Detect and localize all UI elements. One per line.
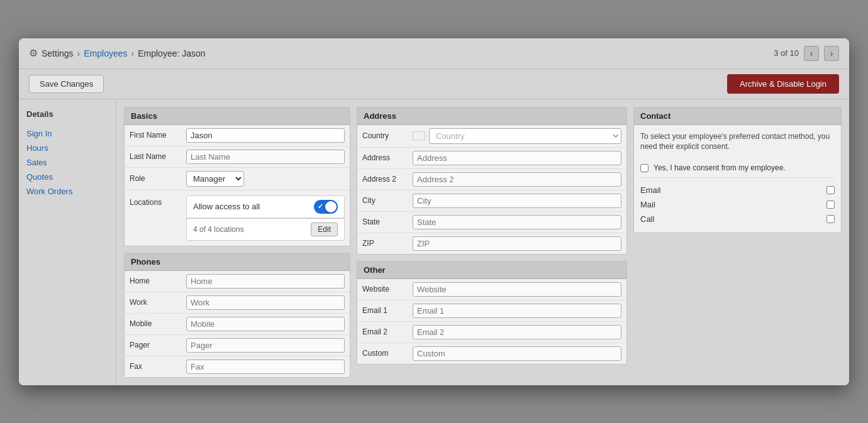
allow-access-toggle[interactable]: ✓ [314,200,338,214]
consent-label: Yes, I have consent from my employee. [654,163,786,172]
email1-label: Email 1 [362,306,413,315]
phone-fax-row: Fax [125,356,350,377]
role-row: Role Manager Employee Admin [125,168,350,190]
contact-email-row: Email [640,183,835,197]
city-row: City [357,190,626,212]
contact-mail-row: Mail [640,197,835,212]
title-bar: ⚙ Settings › Employees › Employee: Jason… [19,38,849,69]
zip-row: ZIP [357,233,626,254]
breadcrumb-sep1: › [77,48,81,58]
phone-work-input[interactable] [186,295,345,310]
address2-label: Address 2 [362,175,413,184]
zip-label: ZIP [362,239,413,248]
contact-description: To select your employee's preferred cont… [640,131,835,153]
sidebar: Details Sign In Hours Sales Quotes Work … [19,99,116,385]
locations-label: Locations [130,195,186,207]
breadcrumb-employee: Employee: Jason [138,48,205,58]
phone-pager-row: Pager [125,335,350,356]
allow-access-label: Allow access to all [193,202,260,211]
consent-row: Yes, I have consent from my employee. [640,158,835,178]
locations-edit-button[interactable]: Edit [311,222,338,236]
country-label: Country [362,131,413,140]
contact-email-checkbox[interactable] [826,186,835,194]
locations-panel: Allow access to all ✓ 4 of 4 locations E… [186,195,345,241]
phone-mobile-row: Mobile [125,314,350,335]
contact-mail-checkbox[interactable] [826,201,835,209]
save-changes-button[interactable]: Save Changes [29,75,104,93]
country-flag [413,131,425,140]
nav-prev-button[interactable]: ‹ [804,46,819,61]
country-select[interactable]: Country [429,128,621,144]
contact-body: To select your employee's preferred cont… [634,125,841,233]
locations-info-row: 4 of 4 locations Edit [187,219,344,240]
toolbar: Save Changes Archive & Disable Login [19,69,849,99]
phone-pager-input[interactable] [186,338,345,353]
phones-section: Phones Home Work Mobile Pager [124,253,350,378]
first-name-label: First Name [130,131,186,140]
sidebar-item-sign-in[interactable]: Sign In [26,126,108,141]
sidebar-item-work-orders[interactable]: Work Orders [26,184,108,199]
phone-home-row: Home [125,271,350,292]
basics-section: Basics First Name Last Name Role [124,107,350,246]
website-row: Website [357,279,626,300]
nav-next-button[interactable]: › [824,46,839,61]
contact-call-checkbox[interactable] [826,215,835,223]
city-input[interactable] [413,194,621,208]
state-row: State [357,212,626,233]
sidebar-item-quotes[interactable]: Quotes [26,170,108,184]
address-label: Address [362,153,413,162]
sidebar-title: Details [26,109,108,119]
phone-pager-label: Pager [130,341,186,349]
first-name-input[interactable] [186,128,345,143]
custom-input[interactable] [413,346,621,361]
consent-checkbox[interactable] [640,164,648,172]
address2-input[interactable] [413,172,621,187]
custom-row: Custom [357,343,626,364]
contact-call-row: Call [640,212,835,226]
email1-row: Email 1 [357,300,626,322]
phones-header: Phones [125,253,350,271]
contact-call-label: Call [640,214,821,224]
phone-mobile-input[interactable] [186,317,345,331]
address2-row: Address 2 [357,169,626,190]
breadcrumb: ⚙ Settings › Employees › Employee: Jason [29,47,206,59]
role-label: Role [130,174,186,183]
main-content: Details Sign In Hours Sales Quotes Work … [19,99,849,385]
app-window: ⚙ Settings › Employees › Employee: Jason… [19,38,849,385]
nav-counter: 3 of 10 [774,48,799,58]
first-name-row: First Name [125,125,350,146]
state-label: State [362,217,413,226]
role-select[interactable]: Manager Employee Admin [186,171,244,187]
phone-home-label: Home [130,277,186,285]
locations-row: Locations Allow access to all ✓ [125,190,350,246]
email2-label: Email 2 [362,327,413,336]
phone-home-input[interactable] [186,274,345,288]
custom-label: Custom [362,349,413,358]
website-label: Website [362,285,413,294]
last-name-label: Last Name [130,152,186,161]
email2-input[interactable] [413,325,621,339]
contact-section: Contact To select your employee's prefer… [633,107,842,234]
phone-fax-input[interactable] [186,360,345,374]
address-input[interactable] [413,151,621,165]
breadcrumb-sep2: › [131,48,135,58]
website-input[interactable] [413,282,621,297]
email1-input[interactable] [413,304,621,318]
archive-disable-button[interactable]: Archive & Disable Login [727,74,839,94]
address-header: Address [357,107,626,125]
breadcrumb-employees[interactable]: Employees [84,48,127,58]
other-section: Other Website Email 1 Email 2 Custom [357,261,627,365]
toggle-knob [325,201,337,212]
content-area: Basics First Name Last Name Role [116,99,849,385]
last-name-input[interactable] [186,150,345,164]
sidebar-item-sales[interactable]: Sales [26,155,108,170]
contact-mail-label: Mail [640,200,821,209]
email2-row: Email 2 [357,322,626,343]
state-input[interactable] [413,215,621,229]
phone-work-label: Work [130,298,186,307]
zip-input[interactable] [413,236,621,251]
sidebar-item-hours[interactable]: Hours [26,141,108,155]
other-header: Other [357,261,626,279]
settings-gear-icon: ⚙ [29,47,38,59]
phone-fax-label: Fax [130,362,186,371]
